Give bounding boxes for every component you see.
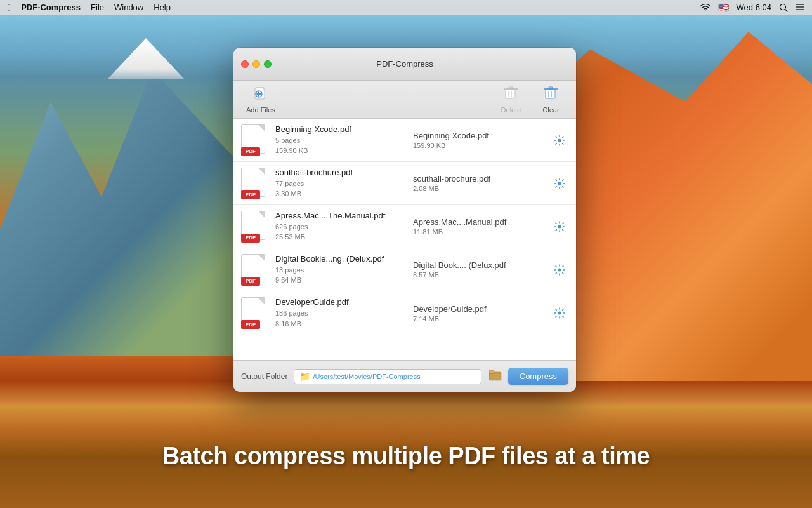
delete-button[interactable]: Delete bbox=[494, 83, 528, 116]
file-name: Beginning Xcode.pdf bbox=[275, 124, 407, 134]
folder-path-text: /Users/test/Movies/PDF-Compress bbox=[313, 373, 420, 380]
file-settings-button[interactable] bbox=[551, 218, 568, 236]
svg-rect-12 bbox=[509, 87, 513, 89]
clear-button[interactable]: Clear bbox=[534, 83, 568, 116]
file-output-size: 7.14 MB bbox=[413, 315, 544, 323]
flag-icon: 🇺🇸 bbox=[718, 3, 729, 13]
file-settings-button[interactable] bbox=[551, 131, 568, 149]
folder-browse-button[interactable] bbox=[489, 370, 502, 384]
file-info: Apress.Mac....The.Manual.pdf 626 pages25… bbox=[275, 211, 407, 243]
svg-point-23 bbox=[558, 268, 561, 271]
svg-rect-6 bbox=[263, 88, 265, 90]
file-output: Apress.Mac....Manual.pdf 11.81 MB bbox=[413, 217, 544, 236]
menu-bar-left:  PDF-Compress File Window Help bbox=[8, 3, 700, 13]
file-menu[interactable]: File bbox=[91, 3, 104, 12]
window-title: PDF-Compress bbox=[376, 59, 433, 69]
menu-bar-right: 🇺🇸 Wed 6:04 bbox=[700, 3, 804, 13]
file-meta: 77 pages3.30 MB bbox=[275, 178, 407, 199]
file-output-size: 2.08 MB bbox=[413, 185, 544, 192]
file-icon-wrapper: PDF bbox=[241, 211, 269, 243]
file-meta: 186 pages8.16 MB bbox=[275, 308, 407, 329]
file-icon-wrapper: PDF bbox=[241, 297, 269, 329]
desktop-tagline: Batch compress multiple PDF files at a t… bbox=[0, 443, 812, 470]
table-row: PDF Digital Bookle...ng. (Delux.pdf 13 p… bbox=[233, 248, 576, 291]
footer: Output Folder 📁 /Users/test/Movies/PDF-C… bbox=[233, 360, 576, 392]
file-info: DeveloperGuide.pdf 186 pages8.16 MB bbox=[275, 297, 407, 329]
table-row: PDF Apress.Mac....The.Manual.pdf 626 pag… bbox=[233, 205, 576, 248]
svg-point-21 bbox=[558, 182, 561, 185]
file-name: Digital Bookle...ng. (Delux.pdf bbox=[275, 254, 407, 264]
file-icon-wrapper: PDF bbox=[241, 254, 269, 286]
file-meta: 13 pages9.64 MB bbox=[275, 265, 407, 286]
table-row: PDF southall-brochure.pdf 77 pages3.30 M… bbox=[233, 162, 576, 205]
file-meta: 5 pages159.90 KB bbox=[275, 135, 407, 156]
app-name-menu[interactable]: PDF-Compress bbox=[21, 3, 81, 12]
svg-point-24 bbox=[558, 312, 561, 315]
pdf-badge: PDF bbox=[241, 190, 260, 199]
file-output-size: 159.90 KB bbox=[413, 142, 544, 149]
help-menu[interactable]: Help bbox=[154, 3, 171, 12]
table-row: PDF DeveloperGuide.pdf 186 pages8.16 MB … bbox=[233, 291, 576, 335]
folder-icon: 📁 bbox=[299, 371, 310, 382]
delete-label: Delete bbox=[501, 106, 521, 114]
svg-point-22 bbox=[558, 225, 561, 228]
file-output-size: 8.57 MB bbox=[413, 271, 544, 279]
file-info: Digital Bookle...ng. (Delux.pdf 13 pages… bbox=[275, 254, 407, 286]
file-name: Apress.Mac....The.Manual.pdf bbox=[275, 211, 407, 220]
svg-line-1 bbox=[785, 9, 788, 11]
svg-rect-10 bbox=[506, 89, 515, 98]
svg-rect-15 bbox=[546, 89, 555, 98]
file-output-name: DeveloperGuide.pdf bbox=[413, 304, 544, 314]
delete-icon bbox=[504, 86, 518, 105]
output-folder-label: Output Folder bbox=[241, 372, 287, 381]
search-icon[interactable] bbox=[779, 3, 788, 12]
file-output: southall-brochure.pdf 2.08 MB bbox=[413, 174, 544, 192]
file-output-name: southall-brochure.pdf bbox=[413, 174, 544, 184]
window-menu[interactable]: Window bbox=[114, 3, 143, 12]
clear-icon bbox=[544, 86, 558, 105]
file-meta: 626 pages25.53 MB bbox=[275, 222, 407, 243]
wifi-icon bbox=[700, 4, 710, 11]
compress-button[interactable]: Compress bbox=[508, 368, 568, 385]
traffic-lights bbox=[241, 60, 272, 68]
svg-rect-26 bbox=[489, 370, 494, 373]
file-settings-button[interactable] bbox=[551, 304, 568, 322]
toolbar: Add Files Delete bbox=[233, 81, 576, 119]
add-files-label: Add Files bbox=[246, 106, 275, 114]
file-list: PDF Beginning Xcode.pdf 5 pages159.90 KB… bbox=[233, 119, 576, 360]
file-output-name: Apress.Mac....Manual.pdf bbox=[413, 217, 544, 227]
apple-menu[interactable]:  bbox=[8, 3, 11, 13]
add-files-button[interactable]: Add Files bbox=[241, 83, 280, 116]
folder-path-input[interactable]: 📁 /Users/test/Movies/PDF-Compress bbox=[294, 369, 481, 384]
control-center-icon[interactable] bbox=[796, 4, 804, 11]
pdf-badge: PDF bbox=[241, 320, 260, 329]
file-output-size: 11.81 MB bbox=[413, 228, 544, 236]
file-output: Digital Book.... (Delux.pdf 8.57 MB bbox=[413, 260, 544, 279]
file-output: DeveloperGuide.pdf 7.14 MB bbox=[413, 304, 544, 323]
pdf-badge: PDF bbox=[241, 234, 260, 243]
file-name: southall-brochure.pdf bbox=[275, 168, 407, 177]
file-settings-button[interactable] bbox=[551, 261, 568, 279]
file-name: DeveloperGuide.pdf bbox=[275, 297, 407, 307]
file-output: Beginning Xcode.pdf 159.90 KB bbox=[413, 131, 544, 149]
maximize-button[interactable] bbox=[264, 60, 272, 68]
pdf-badge: PDF bbox=[241, 147, 260, 156]
app-window: PDF-Compress Add Files bbox=[233, 48, 576, 392]
add-files-icon bbox=[253, 86, 268, 105]
minimize-button[interactable] bbox=[252, 60, 260, 68]
menu-bar:  PDF-Compress File Window Help 🇺🇸 Wed 6… bbox=[0, 0, 812, 15]
close-button[interactable] bbox=[241, 60, 249, 68]
file-output-name: Beginning Xcode.pdf bbox=[413, 131, 544, 140]
file-info: southall-brochure.pdf 77 pages3.30 MB bbox=[275, 168, 407, 199]
file-settings-button[interactable] bbox=[551, 175, 568, 192]
table-row: PDF Beginning Xcode.pdf 5 pages159.90 KB… bbox=[233, 119, 576, 162]
file-info: Beginning Xcode.pdf 5 pages159.90 KB bbox=[275, 124, 407, 156]
file-icon-wrapper: PDF bbox=[241, 124, 269, 156]
clear-label: Clear bbox=[542, 106, 559, 114]
title-bar: PDF-Compress bbox=[233, 48, 576, 81]
pdf-badge: PDF bbox=[241, 277, 260, 286]
file-output-name: Digital Book.... (Delux.pdf bbox=[413, 260, 544, 270]
file-icon-wrapper: PDF bbox=[241, 168, 269, 199]
clock: Wed 6:04 bbox=[737, 3, 771, 12]
svg-point-20 bbox=[558, 138, 561, 142]
